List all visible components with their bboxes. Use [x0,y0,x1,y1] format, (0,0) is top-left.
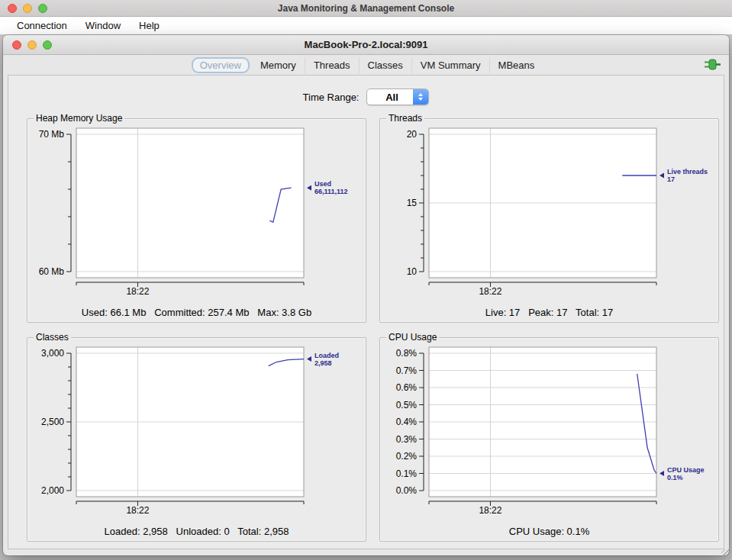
threads-panel-title: Threads [386,113,424,124]
plot-area [76,128,304,278]
annotation-text: 17 [667,175,675,183]
outer-window-title: Java Monitoring & Management Console [0,0,732,17]
y-tick-label: 0.6% [396,382,418,393]
y-tick-label: 70 Mb [39,129,65,140]
cpu-summary: CPU Usage: 0.1% [380,526,718,537]
y-tick-label: 0.0% [396,485,418,496]
time-range-row: Time Range: All [8,89,724,105]
y-tick-label: 20 [407,129,418,140]
dropdown-stepper-icon [413,89,428,105]
classes-panel: Classes 3,0002,5002,00018:22Loaded2,958 … [27,337,366,542]
tab-threads[interactable]: Threads [305,57,359,73]
tab-vm-summary[interactable]: VM Summary [411,57,489,73]
classes-chart: 3,0002,5002,00018:22Loaded2,958 [27,346,367,518]
heap-summary: Used: 66.1 Mb Committed: 257.4 Mb Max: 3… [27,307,366,318]
y-tick-label: 0.7% [396,365,418,376]
annotation-arrow-icon [659,173,664,179]
heap-memory-chart: 70 Mb60 Mb18:22Used66,111,112 [27,127,367,299]
heap-panel-title: Heap Memory Usage [34,113,124,124]
y-tick-label: 0.3% [396,434,418,445]
annotation-text: Live threads [667,168,708,175]
x-tick-label: 18:22 [479,505,501,516]
menu-window[interactable]: Window [76,20,130,31]
close-button[interactable] [8,4,17,13]
heap-memory-panel: Heap Memory Usage 70 Mb60 Mb18:22Used66,… [27,118,366,323]
classes-summary: Loaded: 2,958 Unloaded: 0 Total: 2,958 [27,526,366,537]
cpu-usage-chart: 0.8%0.7%0.6%0.5%0.4%0.3%0.2%0.1%0.0%18:2… [380,346,720,518]
y-tick-label: 2,500 [41,417,64,427]
overview-panel: Time Range: All Heap Memory Usage 70 Mb6… [8,75,724,549]
threads-panel: Threads 20151018:22Live threads17 Live: … [379,118,719,323]
menu-connection[interactable]: Connection [8,20,76,31]
plug-icon [703,59,721,70]
inner-close-button[interactable] [12,40,21,50]
menu-bar: Connection Window Help [0,17,732,34]
threads-chart: 20151018:22Live threads17 [380,127,720,299]
outer-traffic-lights [8,4,47,13]
cpu-panel-title: CPU Usage [386,332,439,343]
x-tick-label: 18:22 [479,286,501,297]
annotation-arrow-icon [307,185,311,191]
y-tick-label: 0.4% [396,417,418,427]
y-tick-label: 0.1% [396,468,418,479]
annotation-arrow-icon [659,471,664,476]
tab-mbeans[interactable]: MBeans [489,57,543,73]
y-tick-label: 3,000 [41,348,64,359]
y-tick-label: 15 [407,198,418,208]
cpu-usage-panel: CPU Usage 0.8%0.7%0.6%0.5%0.4%0.3%0.2%0.… [379,337,719,542]
y-tick-label: 0.2% [396,451,418,462]
y-tick-label: 2,000 [41,485,64,496]
connection-window: MacBook-Pro-2.local:9091 Overview Memory… [3,35,729,555]
y-tick-label: 60 Mb [39,266,65,277]
annotation-text: 66,111,112 [314,188,348,195]
tab-classes[interactable]: Classes [359,57,411,73]
tab-bar: Overview Memory Threads Classes VM Summa… [3,55,729,75]
resize-grip[interactable] [721,549,731,559]
annotation-text: CPU Usage [667,466,705,474]
inner-window-title: MacBook-Pro-2.local:9091 [3,35,729,55]
y-tick-label: 10 [407,266,418,277]
inner-traffic-lights [12,40,52,50]
tab-memory[interactable]: Memory [252,57,305,73]
chevron-up-icon [418,93,423,96]
x-tick-label: 18:22 [126,505,149,516]
classes-panel-title: Classes [34,332,71,343]
annotation-arrow-icon [307,356,311,362]
zoom-button[interactable] [38,4,47,13]
inner-minimize-button[interactable] [27,40,37,50]
threads-summary: Live: 17 Peak: 17 Total: 17 [380,307,718,318]
menu-help[interactable]: Help [130,20,169,31]
annotation-text: 0.1% [667,474,683,481]
annotation-text: Loaded [314,352,339,359]
x-tick-label: 18:22 [126,286,149,297]
tab-overview[interactable]: Overview [192,57,250,73]
chevron-down-icon [418,98,423,101]
inner-window-titlebar[interactable]: MacBook-Pro-2.local:9091 [3,35,729,55]
connection-status-icon[interactable] [703,59,721,72]
minimize-button[interactable] [23,4,32,13]
inner-zoom-button[interactable] [43,40,52,50]
y-tick-label: 0.8% [396,348,418,359]
annotation-text: Used [314,180,331,188]
time-range-label: Time Range: [303,92,360,103]
y-tick-label: 0.5% [396,400,418,410]
time-range-dropdown[interactable]: All [366,89,429,105]
annotation-text: 2,958 [314,359,332,367]
outer-window-titlebar[interactable]: Java Monitoring & Management Console [0,0,732,17]
